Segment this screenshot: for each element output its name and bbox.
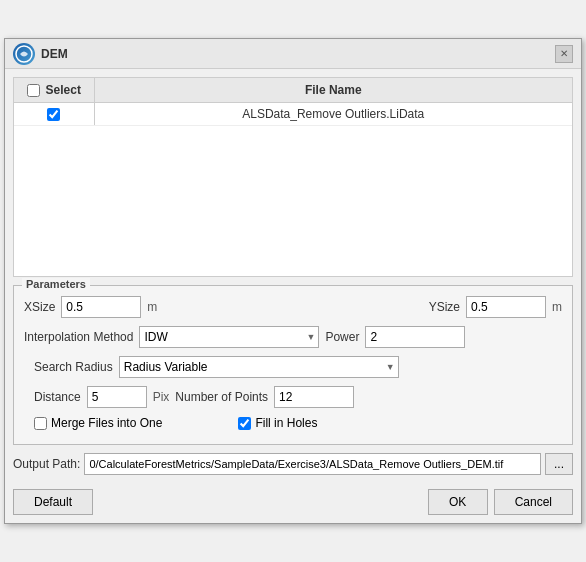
xsize-input[interactable]	[61, 296, 141, 318]
interp-select-wrapper: IDW Kriging Natural Neighbor ▼	[139, 326, 319, 348]
output-path-input[interactable]	[84, 453, 541, 475]
cancel-button[interactable]: Cancel	[494, 489, 573, 515]
merge-checkbox-item: Merge Files into One	[34, 416, 162, 430]
button-bar: Default OK Cancel	[5, 483, 581, 523]
num-points-label: Number of Points	[175, 390, 268, 404]
interp-label: Interpolation Method	[24, 330, 133, 344]
distance-input[interactable]	[87, 386, 147, 408]
xsize-unit: m	[147, 300, 157, 314]
fill-checkbox[interactable]	[238, 417, 251, 430]
main-window: DEM ✕ Select File Name	[4, 38, 582, 524]
search-radius-row: Search Radius Radius Variable Radius Fix…	[24, 356, 562, 378]
col-select: Select	[14, 78, 94, 103]
ysize-input[interactable]	[466, 296, 546, 318]
row-select-cell	[14, 103, 94, 126]
app-logo	[13, 43, 35, 65]
fill-label[interactable]: Fill in Holes	[255, 416, 317, 430]
file-table-container: Select File Name ALSData_Remove Outliers…	[13, 77, 573, 277]
window-title: DEM	[41, 47, 68, 61]
params-label: Parameters	[22, 278, 90, 290]
col-filename: File Name	[94, 78, 572, 103]
row-checkbox[interactable]	[47, 108, 60, 121]
ok-cancel-group: OK Cancel	[428, 489, 573, 515]
xsize-label: XSize	[24, 300, 55, 314]
file-table: Select File Name ALSData_Remove Outliers…	[14, 78, 572, 126]
power-label: Power	[325, 330, 359, 344]
search-radius-label: Search Radius	[34, 360, 113, 374]
search-radius-select[interactable]: Radius Variable Radius Fixed K Nearest N…	[119, 356, 399, 378]
power-input[interactable]	[365, 326, 465, 348]
select-all-checkbox[interactable]	[27, 84, 40, 97]
output-label: Output Path:	[13, 457, 80, 471]
distance-label: Distance	[34, 390, 81, 404]
ysize-label: YSize	[429, 300, 460, 314]
merge-checkbox[interactable]	[34, 417, 47, 430]
default-button[interactable]: Default	[13, 489, 93, 515]
ysize-unit: m	[552, 300, 562, 314]
close-button[interactable]: ✕	[555, 45, 573, 63]
checkboxes-row: Merge Files into One Fill in Holes	[24, 416, 562, 430]
table-row: ALSData_Remove Outliers.LiData	[14, 103, 572, 126]
title-bar-left: DEM	[13, 43, 68, 65]
row-filename: ALSData_Remove Outliers.LiData	[94, 103, 572, 126]
params-section: Parameters XSize m YSize m Interpolation…	[13, 285, 573, 445]
distance-row: Distance Pix Number of Points	[24, 386, 562, 408]
distance-unit: Pix	[153, 390, 170, 404]
ok-button[interactable]: OK	[428, 489, 488, 515]
output-section: Output Path: ...	[13, 453, 573, 475]
table-header-row: Select File Name	[14, 78, 572, 103]
fill-checkbox-item: Fill in Holes	[238, 416, 317, 430]
browse-button[interactable]: ...	[545, 453, 573, 475]
size-row: XSize m YSize m	[24, 296, 562, 318]
merge-label[interactable]: Merge Files into One	[51, 416, 162, 430]
interp-select[interactable]: IDW Kriging Natural Neighbor	[139, 326, 319, 348]
num-points-input[interactable]	[274, 386, 354, 408]
ysize-group: YSize m	[429, 296, 562, 318]
title-bar: DEM ✕	[5, 39, 581, 69]
search-radius-select-wrapper: Radius Variable Radius Fixed K Nearest N…	[119, 356, 399, 378]
interp-row: Interpolation Method IDW Kriging Natural…	[24, 326, 562, 348]
